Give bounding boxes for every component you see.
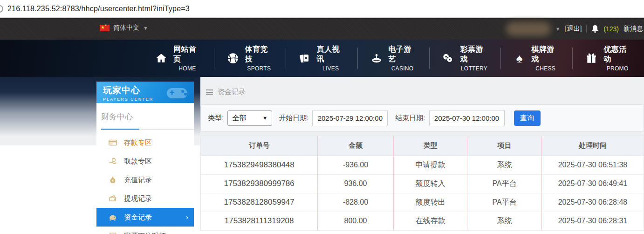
sidebar-item-label: 取款专区 (124, 157, 152, 166)
playing-cards-icon (299, 52, 311, 65)
start-date-label: 开始日期: (279, 114, 308, 123)
cell-order-no: 1753829380999786 (201, 174, 318, 193)
nav-item-casino[interactable]: 电子游艺 CASINO (358, 45, 429, 72)
sidebar-section: 财务中心 (96, 103, 194, 130)
table-row: 1753829498380448 -936.00 申请提款 系统 2025-07… (201, 156, 644, 174)
cell-amount: -828.00 (318, 193, 393, 212)
gift-icon (585, 52, 597, 65)
cell-type: 在线存款 (393, 212, 467, 230)
sidebar-item-label: 存款专区 (124, 138, 152, 147)
list-icon (108, 232, 117, 234)
browser-address-bar[interactable]: 216.118.235.52:8783/hhcp/usercenter.html… (0, 0, 644, 18)
hand-coin-icon (108, 157, 117, 166)
fund-records-table: 订单号 金额 类型 项目 处理时间 1753829498380448 -936.… (200, 136, 644, 231)
menu-lines-icon (206, 89, 213, 95)
cell-type: 申请提款 (393, 156, 467, 174)
type-label: 类型: (208, 114, 224, 123)
account-topbar: ★★ 简体中文 ▼ ▼ [退出] (123) 新消息 (0, 18, 644, 40)
breadcrumb: 资金记录 (206, 88, 644, 96)
table-row: 1753828111319208 800.00 在线存款 系统 2025-07-… (201, 212, 644, 230)
col-type: 类型 (393, 136, 467, 156)
cell-amount: -936.00 (318, 156, 393, 174)
nav-item-chess[interactable]: ♠ 棋牌游戏 CHESS (501, 45, 572, 72)
username-redacted (506, 22, 551, 36)
home-icon (155, 52, 167, 65)
sidebar-header: 玩家中心 PLAYERS CENTER (96, 82, 194, 103)
sidebar-item-recharge-records[interactable]: ¥ 充值记录 (96, 171, 194, 189)
nav-item-home[interactable]: 网站首页 HOME (143, 45, 214, 72)
chevron-down-icon: ▼ (262, 115, 267, 121)
svg-text:¥: ¥ (112, 179, 114, 182)
col-processed-time: 处理时间 (541, 136, 644, 156)
search-button[interactable]: 查询 (514, 110, 541, 126)
nav-item-lottery[interactable]: 彩票游戏 LOTTERY (429, 45, 500, 72)
roulette-icon (370, 52, 383, 65)
cell-type: 额度转入 (393, 174, 467, 193)
basketball-icon (227, 52, 239, 65)
logout-button[interactable]: [退出] (565, 25, 582, 33)
player-center-sidebar: 玩家中心 PLAYERS CENTER 财务中心 存款专区 取款专区 (96, 82, 194, 234)
cell-type: 额度转出 (393, 193, 467, 212)
section-underline (101, 129, 194, 130)
language-selector[interactable]: ★★ 简体中文 ▼ (100, 24, 148, 32)
message-label[interactable]: 新消息 (623, 25, 643, 33)
sidebar-item-label: 提现记录 (124, 194, 152, 203)
cell-project: PA平台 (467, 174, 542, 193)
nav-item-sports[interactable]: 体育竞技 SPORTS (214, 45, 286, 72)
nav-item-lives[interactable]: 真人视讯 LIVES (286, 45, 357, 72)
breadcrumb-label: 资金记录 (218, 88, 246, 96)
type-select[interactable]: 全部 ▼ (227, 110, 272, 126)
chevron-right-icon: › (186, 213, 188, 221)
sidebar-item-fund-records[interactable]: 资金记录 › (96, 208, 194, 227)
type-select-value: 全部 (232, 114, 246, 123)
chevron-down-icon: ▼ (143, 25, 148, 31)
sidebar-menu: 存款专区 取款专区 ¥ 充值记录 提现记录 资金记录 › (96, 133, 194, 234)
table-row: 1753828128059947 -828.00 额度转出 PA平台 2025-… (201, 193, 644, 212)
main-navigation: 网站首页 HOME 体育竞技 SPORTS (0, 40, 644, 77)
start-date-input[interactable] (312, 110, 388, 126)
sidebar-item-label: 资金记录 (124, 213, 152, 222)
piggy-bank-icon (108, 213, 117, 222)
cell-amount: 936.00 (318, 174, 393, 193)
wallet-icon (108, 194, 117, 203)
cell-order-no: 1753828128059947 (201, 193, 318, 212)
notification-bell-icon[interactable] (591, 25, 599, 33)
money-bag-icon: ¥ (108, 176, 117, 185)
cell-project: 系统 (467, 156, 542, 174)
page-url[interactable]: 216.118.235.52:8783/hhcp/usercenter.html… (7, 5, 190, 13)
sidebar-item-withdraw-zone[interactable]: 取款专区 (96, 152, 194, 171)
account-chevron-down-icon[interactable]: ▼ (555, 26, 561, 32)
cell-project: 系统 (467, 212, 542, 230)
sidebar-item-label: 彩票下注明细 (124, 232, 166, 234)
china-flag-icon: ★★ (100, 25, 110, 31)
filter-bar: 类型: 全部 ▼ 开始日期: 结束日期: 查询 (200, 104, 644, 131)
sidebar-item-lottery-bet-details[interactable]: 彩票下注明细 (96, 227, 194, 234)
cell-project: PA平台 (467, 193, 542, 212)
sidebar-item-withdrawal-records[interactable]: 提现记录 (96, 189, 194, 208)
message-count[interactable]: (123) (603, 25, 619, 33)
divider (586, 25, 587, 33)
end-date-label: 结束日期: (395, 114, 425, 123)
nav-item-promo[interactable]: 优惠活动 PROMO (573, 45, 644, 72)
gamepad-icon (164, 83, 190, 102)
bank-card-icon (108, 138, 117, 147)
sidebar-item-label: 充值记录 (124, 176, 152, 185)
section-title: 财务中心 (101, 111, 194, 122)
spade-icon: ♠ (514, 52, 525, 65)
lottery-balls-icon (442, 52, 454, 65)
cell-amount: 800.00 (318, 212, 393, 230)
cell-order-no: 1753829498380448 (201, 156, 318, 174)
cell-processed-time: 2025-07-30 06:28:48 (541, 193, 644, 212)
col-amount: 金额 (318, 136, 393, 156)
page-info-icon[interactable] (0, 5, 3, 13)
main-content: 资金记录 类型: 全部 ▼ 开始日期: 结束日期: 查询 订单号 金额 类型 项… (200, 77, 644, 234)
col-project: 项目 (467, 136, 542, 156)
col-order-no: 订单号 (201, 136, 318, 156)
end-date-input[interactable] (429, 110, 505, 126)
table-header-row: 订单号 金额 类型 项目 处理时间 (201, 136, 644, 156)
language-label: 简体中文 (113, 24, 139, 32)
account-group: ▼ [退出] (123) 新消息 (506, 18, 644, 40)
sidebar-item-deposit-zone[interactable]: 存款专区 (96, 133, 194, 152)
cell-processed-time: 2025-07-30 06:51:38 (541, 156, 644, 174)
table-row: 1753829380999786 936.00 额度转入 PA平台 2025-0… (201, 174, 644, 193)
